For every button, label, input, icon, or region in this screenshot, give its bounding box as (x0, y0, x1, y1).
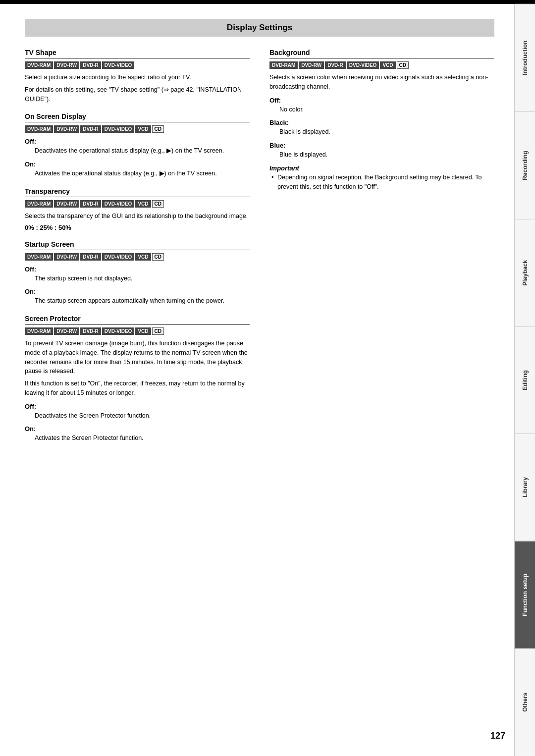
badge-dvd-rw-ss: DVD-RW (54, 253, 79, 261)
sp-off-heading: Off: (25, 403, 250, 410)
transparency-heading: Transparency (25, 187, 250, 197)
badge-dvd-r-osd: DVD-R (80, 125, 101, 133)
section-tv-shape: TV Shape DVD-RAM DVD-RW DVD-R DVD-VIDEO … (25, 49, 250, 104)
badge-dvd-video: DVD-VIDEO (102, 61, 135, 69)
startup-on-heading: On: (25, 288, 250, 295)
osd-heading: On Screen Display (25, 112, 250, 122)
startup-badges: DVD-RAM DVD-RW DVD-R DVD-VIDEO VCD CD (25, 253, 250, 261)
bg-off-heading: Off: (269, 97, 494, 104)
sidebar-tab-introduction[interactable]: Introduction (515, 4, 535, 111)
badge-vcd-tr: VCD (135, 200, 151, 208)
sidebar-tab-recording[interactable]: Recording (515, 111, 535, 219)
top-bar (0, 0, 535, 4)
sidebar-tab-others[interactable]: Others (515, 648, 535, 756)
badge-dvd-r-ss: DVD-R (80, 253, 101, 261)
transparency-body: Selects the transparency of the GUI and … (25, 212, 250, 221)
badge-vcd-sp: VCD (135, 327, 151, 335)
badge-dvd-ram-bg: DVD-RAM (269, 61, 298, 69)
screen-protector-body2: If this function is set to "On", the rec… (25, 379, 250, 398)
badge-dvd-r-sp: DVD-R (80, 327, 101, 335)
badge-dvd-r-tr: DVD-R (80, 200, 101, 208)
osd-on-text: Activates the operational status display… (25, 169, 250, 178)
badge-cd-osd: CD (152, 125, 164, 133)
tv-shape-body2: For details on this setting, see "TV sha… (25, 85, 250, 104)
main-content: Display Settings TV Shape DVD-RAM DVD-RW… (0, 4, 514, 756)
two-col-layout: TV Shape DVD-RAM DVD-RW DVD-R DVD-VIDEO … (25, 49, 494, 452)
badge-vcd-bg: VCD (380, 61, 395, 69)
screen-protector-body1: To prevent TV screen damage (image burn)… (25, 339, 250, 376)
badge-vcd-ss: VCD (135, 253, 151, 261)
badge-dvd-ram-osd: DVD-RAM (25, 125, 53, 133)
osd-on-heading: On: (25, 161, 250, 168)
right-column: Background DVD-RAM DVD-RW DVD-R DVD-VIDE… (269, 49, 494, 452)
sp-off-text: Deactivates the Screen Protector functio… (25, 411, 250, 421)
badge-dvd-video-bg: DVD-VIDEO (347, 61, 379, 69)
badge-dvd-rw-osd: DVD-RW (54, 125, 79, 133)
badge-dvd-rw: DVD-RW (54, 61, 79, 69)
badge-dvd-rw-sp: DVD-RW (54, 327, 79, 335)
transparency-badges: DVD-RAM DVD-RW DVD-R DVD-VIDEO VCD CD (25, 200, 250, 208)
important-section: Important Depending on signal reception,… (269, 164, 494, 192)
tv-shape-badges: DVD-RAM DVD-RW DVD-R DVD-VIDEO (25, 61, 250, 69)
bg-blue-text: Blue is displayed. (269, 150, 494, 160)
badge-dvd-rw-bg: DVD-RW (299, 61, 324, 69)
page-number: 127 (490, 731, 505, 741)
osd-badges: DVD-RAM DVD-RW DVD-R DVD-VIDEO VCD CD (25, 125, 250, 133)
section-on-screen-display: On Screen Display DVD-RAM DVD-RW DVD-R D… (25, 112, 250, 178)
startup-off-heading: Off: (25, 266, 250, 273)
startup-off-text: The startup screen is not displayed. (25, 274, 250, 283)
badge-dvd-video-ss: DVD-VIDEO (102, 253, 135, 261)
badge-dvd-r: DVD-R (80, 61, 101, 69)
badge-cd-ss: CD (152, 253, 164, 261)
important-bullet: Depending on signal reception, the Backg… (269, 173, 494, 192)
tv-shape-heading: TV Shape (25, 49, 250, 58)
bg-off-text: No color. (269, 105, 494, 114)
startup-on-text: The startup screen appears automatically… (25, 296, 250, 306)
sp-on-heading: On: (25, 425, 250, 432)
badge-vcd-osd: VCD (135, 125, 151, 133)
sp-on-text: Activates the Screen Protector function. (25, 433, 250, 443)
page-title-section: Display Settings (25, 19, 494, 37)
left-column: TV Shape DVD-RAM DVD-RW DVD-R DVD-VIDEO … (25, 49, 250, 452)
badge-dvd-video-tr: DVD-VIDEO (102, 200, 135, 208)
badge-cd-bg: CD (397, 61, 409, 69)
section-startup-screen: Startup Screen DVD-RAM DVD-RW DVD-R DVD-… (25, 240, 250, 306)
screen-protector-badges: DVD-RAM DVD-RW DVD-R DVD-VIDEO VCD CD (25, 327, 250, 335)
bg-black-heading: Black: (269, 119, 494, 126)
section-transparency: Transparency DVD-RAM DVD-RW DVD-R DVD-VI… (25, 187, 250, 231)
background-body: Selects a screen color when receiving no… (269, 73, 494, 92)
right-sidebar: Introduction Recording Playback Editing … (514, 4, 535, 756)
badge-dvd-video-sp: DVD-VIDEO (102, 327, 135, 335)
badge-dvd-ram: DVD-RAM (25, 61, 53, 69)
badge-dvd-ram-sp: DVD-RAM (25, 327, 53, 335)
screen-protector-heading: Screen Protector (25, 315, 250, 324)
badge-dvd-ram-ss: DVD-RAM (25, 253, 53, 261)
important-heading: Important (269, 164, 494, 172)
sidebar-tab-function-setup[interactable]: Function setup (515, 541, 535, 648)
bg-blue-heading: Blue: (269, 142, 494, 149)
sidebar-tab-library[interactable]: Library (515, 433, 535, 541)
background-badges: DVD-RAM DVD-RW DVD-R DVD-VIDEO VCD CD (269, 61, 494, 69)
transparency-options: 0% : 25% : 50% (25, 224, 250, 231)
badge-cd-tr: CD (152, 200, 164, 208)
section-background: Background DVD-RAM DVD-RW DVD-R DVD-VIDE… (269, 49, 494, 191)
page-title: Display Settings (35, 23, 484, 33)
badge-dvd-video-osd: DVD-VIDEO (102, 125, 135, 133)
osd-off-text: Deactivates the operational status displ… (25, 146, 250, 156)
sidebar-tab-editing[interactable]: Editing (515, 326, 535, 434)
background-heading: Background (269, 49, 494, 58)
badge-dvd-rw-tr: DVD-RW (54, 200, 79, 208)
startup-heading: Startup Screen (25, 240, 250, 250)
badge-dvd-ram-tr: DVD-RAM (25, 200, 53, 208)
section-screen-protector: Screen Protector DVD-RAM DVD-RW DVD-R DV… (25, 315, 250, 443)
tv-shape-body1: Select a picture size according to the a… (25, 73, 250, 82)
badge-dvd-r-bg: DVD-R (325, 61, 346, 69)
bg-black-text: Black is displayed. (269, 127, 494, 137)
badge-cd-sp: CD (152, 327, 164, 335)
osd-off-heading: Off: (25, 138, 250, 145)
page-container: Introduction Recording Playback Editing … (0, 0, 535, 756)
sidebar-tab-playback[interactable]: Playback (515, 219, 535, 326)
